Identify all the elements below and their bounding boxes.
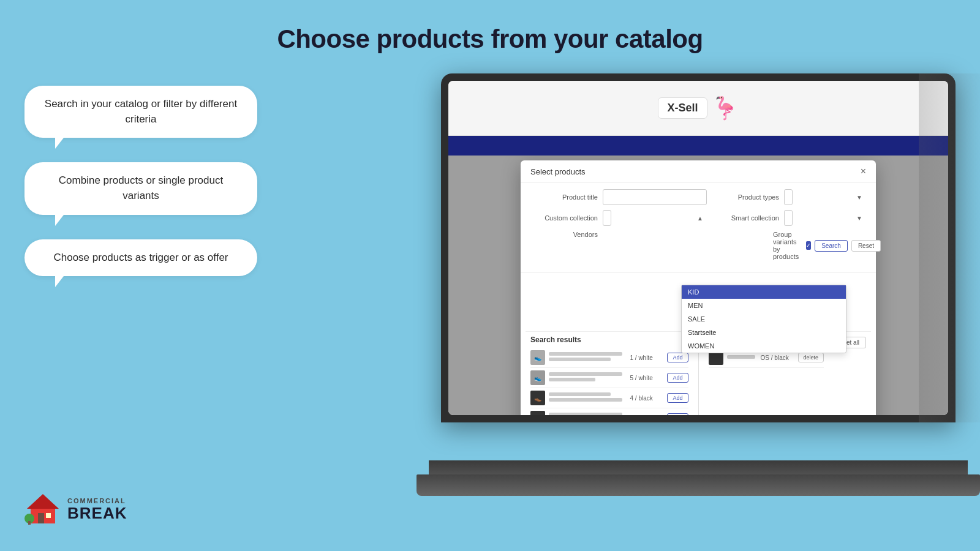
xsell-logo: X-Sell 🦩 [658,96,738,121]
selected-bar-1 [727,355,756,359]
custom-collection-label: Custom collection [530,214,598,222]
result-bars-4 [549,413,626,415]
product-title-label: Product title [530,193,598,201]
laptop-base-bottom [417,474,980,496]
vendor-item-sale[interactable]: SALE [682,312,846,326]
result-thumb-4: 👞 [530,411,545,415]
result-bar-sub-2 [549,378,595,381]
laptop: X-Sell 🦩 Select products × [429,73,962,514]
result-item-1: 👟 1 / white Add [530,348,688,368]
result-thumb-2: 👟 [530,370,545,385]
vendors-label: Vendors [530,231,598,238]
app-nav-bar [448,136,948,156]
product-types-select[interactable] [784,189,793,205]
result-item-3: 👞 4 / black Add [530,388,688,408]
result-bar-title-4 [549,413,622,415]
result-variant-1: 1 / white [630,354,663,361]
bubble-combine-text: Combine products or single product varia… [59,174,223,201]
page-title: Choose products from your catalog [0,0,980,54]
add-button-3[interactable]: Add [667,393,688,403]
group-variants-checkbox[interactable]: ✓ [806,241,811,250]
xsell-badge: X-Sell [658,97,707,119]
result-bars-2 [549,372,626,383]
product-types-arrow-icon: ▼ [856,194,862,201]
bubbles-container: Search in your catalog or filter by diff… [24,86,257,276]
logo-break: BREAK [67,504,127,522]
vendor-item-men[interactable]: MEN [682,299,846,312]
search-button[interactable]: Search [815,240,848,252]
result-item-2: 👟 5 / white Add [530,368,688,388]
app-header: X-Sell 🦩 [448,81,948,136]
result-variant-2: 5 / white [630,375,663,381]
logo-text: COMMERCIAL BREAK [67,497,127,522]
vendor-item-kid[interactable]: KID [682,285,846,299]
group-variants-row: Group variants by products ✓ Search Rese… [773,231,881,260]
result-variant-4: 4 / black [630,415,663,416]
vendor-item-women[interactable]: WOMEN [682,339,846,353]
custom-collection-select[interactable] [603,210,611,226]
search-results-list: 👟 1 / white Add [526,348,693,415]
filter-row-3: Vendors KID MEN SALE Startseite WOMEN [530,231,866,264]
result-variant-3: 4 / black [630,395,663,402]
smart-collection-select[interactable] [784,210,793,226]
result-bars-1 [549,352,626,363]
reset-button[interactable]: Reset [851,240,881,252]
result-bar-title-3 [549,392,611,396]
search-results-col: Search results 👟 1 / white [521,331,698,415]
bubble-search-text: Search in your catalog or filter by diff… [45,98,237,125]
laptop-screen-inner: X-Sell 🦩 Select products × [448,81,948,415]
product-types-label: Product types [712,193,779,201]
modal-title: Select products [530,167,586,176]
result-bar-title-2 [549,372,622,376]
group-variants-label: Group variants by products [773,231,802,260]
app-content: Select products × Product title Product … [448,156,948,415]
result-item-4: 👞 4 / black Add [530,408,688,415]
filter-area: Product title Product types ▼ Custom col… [521,183,876,273]
svg-rect-2 [38,513,44,523]
svg-marker-4 [27,494,59,509]
logo-container: COMMERCIAL BREAK [24,493,127,527]
result-bar-sub-3 [549,398,622,402]
bubble-combine: Combine products or single product varia… [24,162,257,214]
modal-header: Select products × [521,160,876,183]
custom-collection-arrow-icon: ▲ [697,215,703,222]
add-button-2[interactable]: Add [667,373,688,383]
smart-collection-arrow-icon: ▼ [856,215,862,222]
delete-button-1[interactable]: delete [798,353,824,362]
svg-rect-3 [46,513,51,518]
logo-house-icon [24,493,61,527]
filter-row-2: Custom collection ▲ Smart collection ▼ [530,210,866,226]
selected-bars-1 [727,355,757,361]
search-results-header: Search results [526,331,693,348]
result-bar-sub-1 [549,358,611,361]
bubble-trigger-text: Choose products as trigger or as offer [53,252,228,263]
select-products-modal: Select products × Product title Product … [521,160,876,415]
result-bar-title-1 [549,352,622,356]
product-title-input[interactable] [603,189,707,205]
modal-close-button[interactable]: × [861,167,866,176]
svg-rect-6 [28,521,31,525]
laptop-screen-outer: X-Sell 🦩 Select products × [441,73,956,422]
bubble-search: Search in your catalog or filter by diff… [24,86,257,138]
flamingo-icon: 🦩 [711,96,739,121]
add-button-4[interactable]: Add [667,413,688,415]
vendor-item-startseite[interactable]: Startseite [682,326,846,339]
result-bars-3 [549,392,626,403]
bubble-trigger: Choose products as trigger or as offer [24,239,257,277]
result-thumb-1: 👟 [530,350,545,365]
vendors-dropdown[interactable]: KID MEN SALE Startseite WOMEN [681,285,846,353]
smart-collection-label: Smart collection [712,214,779,222]
add-button-1[interactable]: Add [667,353,688,362]
selected-variant-1: OS / black [761,354,794,361]
filter-row-1: Product title Product types ▼ [530,189,866,205]
result-thumb-3: 👞 [530,391,545,405]
